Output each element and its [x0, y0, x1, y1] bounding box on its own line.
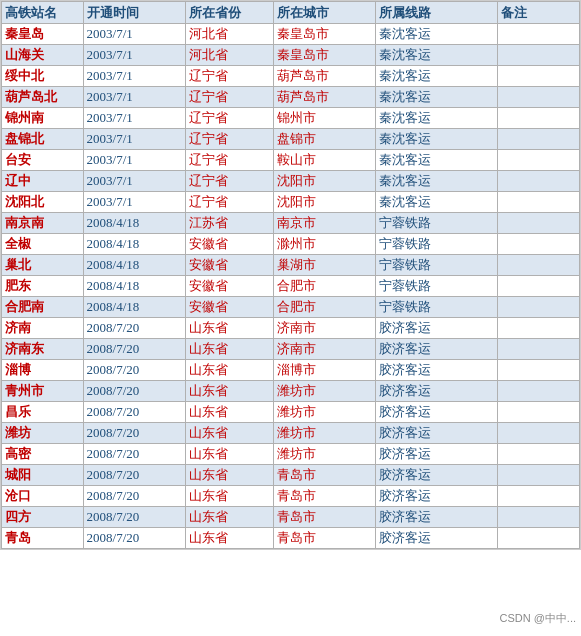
column-header-notes: 备注 [498, 2, 580, 24]
cell-notes [498, 45, 580, 66]
cell-optm: 2003/7/1 [83, 66, 185, 87]
cell-ctynm: 潍坊市 [273, 423, 375, 444]
cell-notes [498, 318, 580, 339]
cell-hsrwsnm: 合肥南 [2, 297, 84, 318]
cell-optm: 2008/7/20 [83, 360, 185, 381]
cell-optm: 2008/7/20 [83, 381, 185, 402]
cell-hsrwsnm: 台安 [2, 150, 84, 171]
cell-notes [498, 192, 580, 213]
cell-optm: 2008/4/18 [83, 255, 185, 276]
table-row: 四方2008/7/20山东省青岛市胶济客运 [2, 507, 580, 528]
cell-hsrlnm: 秦沈客运 [375, 171, 497, 192]
cell-hsrlnm: 胶济客运 [375, 402, 497, 423]
table-row: 肥东2008/4/18安徽省合肥市宁蓉铁路 [2, 276, 580, 297]
cell-prvn: 山东省 [185, 402, 273, 423]
cell-notes [498, 66, 580, 87]
cell-hsrlnm: 胶济客运 [375, 339, 497, 360]
cell-prvn: 山东省 [185, 318, 273, 339]
cell-hsrwsnm: 四方 [2, 507, 84, 528]
cell-notes [498, 444, 580, 465]
cell-prvn: 河北省 [185, 24, 273, 45]
column-header-hsrlnm: 所属线路 [375, 2, 497, 24]
cell-notes [498, 87, 580, 108]
cell-notes [498, 402, 580, 423]
table-row: 济南东2008/7/20山东省济南市胶济客运 [2, 339, 580, 360]
cell-prvn: 山东省 [185, 381, 273, 402]
cell-notes [498, 234, 580, 255]
table-row: 全椒2008/4/18安徽省滁州市宁蓉铁路 [2, 234, 580, 255]
cell-ctynm: 青岛市 [273, 528, 375, 549]
table-row: 盘锦北2003/7/1辽宁省盘锦市秦沈客运 [2, 129, 580, 150]
cell-notes [498, 528, 580, 549]
cell-notes [498, 381, 580, 402]
cell-optm: 2008/4/18 [83, 276, 185, 297]
cell-hsrwsnm: 盘锦北 [2, 129, 84, 150]
table-row: 青岛2008/7/20山东省青岛市胶济客运 [2, 528, 580, 549]
cell-hsrwsnm: 青州市 [2, 381, 84, 402]
cell-ctynm: 鞍山市 [273, 150, 375, 171]
column-header-prvn: 所在省份 [185, 2, 273, 24]
cell-hsrlnm: 胶济客运 [375, 318, 497, 339]
cell-ctynm: 淄博市 [273, 360, 375, 381]
cell-hsrwsnm: 昌乐 [2, 402, 84, 423]
column-header-optm: 开通时间 [83, 2, 185, 24]
cell-optm: 2003/7/1 [83, 171, 185, 192]
cell-hsrwsnm: 葫芦岛北 [2, 87, 84, 108]
cell-ctynm: 葫芦岛市 [273, 87, 375, 108]
cell-hsrwsnm: 山海关 [2, 45, 84, 66]
cell-hsrwsnm: 锦州南 [2, 108, 84, 129]
cell-optm: 2008/7/20 [83, 423, 185, 444]
cell-prvn: 安徽省 [185, 234, 273, 255]
table-row: 绥中北2003/7/1辽宁省葫芦岛市秦沈客运 [2, 66, 580, 87]
cell-ctynm: 秦皇岛市 [273, 24, 375, 45]
cell-ctynm: 青岛市 [273, 507, 375, 528]
table-row: 山海关2003/7/1河北省秦皇岛市秦沈客运 [2, 45, 580, 66]
cell-optm: 2003/7/1 [83, 192, 185, 213]
table-row: 合肥南2008/4/18安徽省合肥市宁蓉铁路 [2, 297, 580, 318]
cell-hsrlnm: 秦沈客运 [375, 129, 497, 150]
cell-hsrwsnm: 高密 [2, 444, 84, 465]
cell-hsrwsnm: 辽中 [2, 171, 84, 192]
table-row: 淄博2008/7/20山东省淄博市胶济客运 [2, 360, 580, 381]
table-row: 南京南2008/4/18江苏省南京市宁蓉铁路 [2, 213, 580, 234]
cell-hsrwsnm: 巢北 [2, 255, 84, 276]
cell-ctynm: 滁州市 [273, 234, 375, 255]
cell-hsrwsnm: 济南东 [2, 339, 84, 360]
cell-ctynm: 沈阳市 [273, 171, 375, 192]
cell-optm: 2003/7/1 [83, 45, 185, 66]
cell-notes [498, 150, 580, 171]
cell-ctynm: 锦州市 [273, 108, 375, 129]
cell-notes [498, 129, 580, 150]
cell-optm: 2003/7/1 [83, 108, 185, 129]
cell-prvn: 山东省 [185, 423, 273, 444]
table-row: 城阳2008/7/20山东省青岛市胶济客运 [2, 465, 580, 486]
cell-hsrwsnm: 绥中北 [2, 66, 84, 87]
cell-hsrwsnm: 淄博 [2, 360, 84, 381]
cell-ctynm: 秦皇岛市 [273, 45, 375, 66]
cell-hsrlnm: 胶济客运 [375, 423, 497, 444]
cell-notes [498, 339, 580, 360]
cell-ctynm: 盘锦市 [273, 129, 375, 150]
cell-notes [498, 360, 580, 381]
table-row: 高密2008/7/20山东省潍坊市胶济客运 [2, 444, 580, 465]
cell-ctynm: 南京市 [273, 213, 375, 234]
cell-notes [498, 465, 580, 486]
cell-hsrwsnm: 沧口 [2, 486, 84, 507]
cell-notes [498, 108, 580, 129]
cell-ctynm: 合肥市 [273, 276, 375, 297]
cell-ctynm: 巢湖市 [273, 255, 375, 276]
cell-optm: 2008/4/18 [83, 213, 185, 234]
cell-hsrwsnm: 青岛 [2, 528, 84, 549]
cell-hsrwsnm: 沈阳北 [2, 192, 84, 213]
cell-hsrlnm: 宁蓉铁路 [375, 255, 497, 276]
cell-optm: 2008/7/20 [83, 486, 185, 507]
cell-prvn: 安徽省 [185, 255, 273, 276]
cell-prvn: 山东省 [185, 465, 273, 486]
cell-prvn: 山东省 [185, 339, 273, 360]
cell-prvn: 辽宁省 [185, 87, 273, 108]
cell-prvn: 辽宁省 [185, 171, 273, 192]
cell-hsrwsnm: 全椒 [2, 234, 84, 255]
cell-optm: 2008/7/20 [83, 339, 185, 360]
cell-prvn: 安徽省 [185, 276, 273, 297]
cell-ctynm: 潍坊市 [273, 444, 375, 465]
